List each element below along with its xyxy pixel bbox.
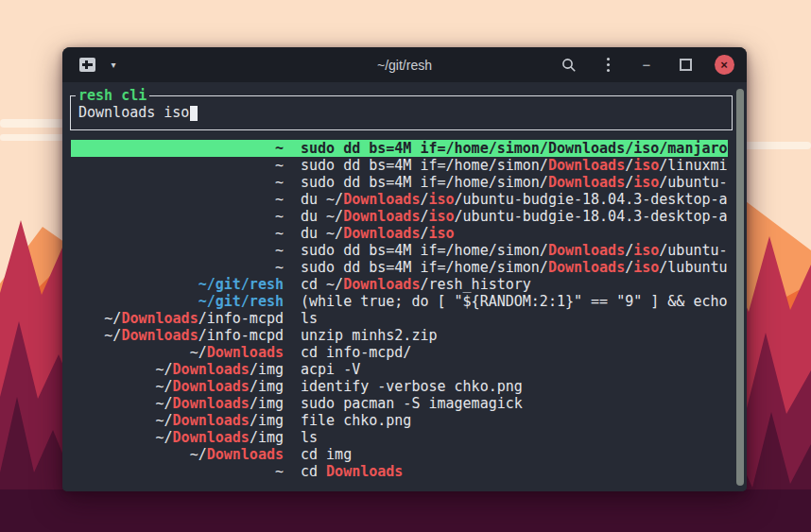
kebab-menu-icon — [607, 58, 610, 72]
row-directory: ~ — [71, 208, 284, 225]
search-button[interactable] — [559, 55, 579, 76]
row-directory: ~/Downloads/img — [71, 412, 284, 429]
row-directory: ~/Downloads — [71, 446, 284, 463]
row-command: cd img — [301, 446, 728, 463]
restore-button[interactable] — [675, 55, 696, 76]
row-directory: ~ — [71, 191, 284, 208]
history-row[interactable]: ~sudo dd bs=4M if=/home/simon/Downloads/… — [71, 174, 728, 191]
scrollbar-thumb[interactable] — [736, 89, 744, 486]
history-row[interactable]: ~/Downloadscd img — [71, 446, 728, 463]
row-command: du ~/Downloads/iso/ubuntu-budgie-18.04.3… — [301, 191, 728, 208]
menu-button[interactable] — [597, 55, 618, 76]
search-query-text: Downloads iso — [78, 104, 189, 121]
row-command: identify -verbose chko.png — [301, 378, 728, 395]
row-command: cd ~/Downloads/resh_history — [301, 276, 728, 293]
row-command: du ~/Downloads/iso — [301, 225, 728, 242]
history-row[interactable]: ~sudo dd bs=4M if=/home/simon/Downloads/… — [71, 242, 728, 259]
row-directory: ~/Downloads/img — [71, 429, 284, 446]
history-row[interactable]: ~/Downloads/imgidentify -verbose chko.pn… — [71, 378, 728, 395]
row-directory: ~/Downloads/info-mcpd — [71, 310, 284, 327]
resh-search-panel: resh cli Downloads iso — [70, 95, 733, 130]
row-directory: ~/Downloads/img — [71, 395, 284, 412]
row-directory: ~ — [71, 242, 284, 259]
history-row[interactable]: ~/git/reshcd ~/Downloads/resh_history — [71, 276, 728, 293]
history-row[interactable]: ~cd Downloads — [71, 463, 728, 480]
history-list: ~sudo dd bs=4M if=/home/simon/Downloads/… — [71, 140, 728, 480]
history-row[interactable]: ~/Downloads/imgacpi -V — [71, 361, 728, 378]
row-command: cd info-mcpd/ — [301, 344, 728, 361]
tab-dropdown-button[interactable]: ▾ — [108, 55, 119, 76]
terminal-content: resh cli Downloads iso ~sudo dd bs=4M if… — [62, 82, 747, 491]
row-directory: ~/Downloads/img — [71, 378, 284, 395]
new-tab-icon — [79, 58, 95, 72]
history-row[interactable]: ~du ~/Downloads/iso — [71, 225, 728, 242]
scrollbar-track[interactable] — [736, 89, 744, 486]
row-directory: ~ — [71, 259, 284, 276]
row-command: sudo dd bs=4M if=/home/simon/Downloads/i… — [301, 140, 728, 157]
row-directory: ~ — [71, 225, 284, 242]
history-row[interactable]: ~sudo dd bs=4M if=/home/simon/Downloads/… — [71, 157, 728, 174]
row-directory: ~ — [71, 140, 284, 157]
chevron-down-icon: ▾ — [111, 60, 115, 70]
row-command: acpi -V — [301, 361, 728, 378]
close-icon: × — [715, 55, 734, 75]
restore-icon — [680, 59, 692, 71]
row-directory: ~/Downloads/img — [71, 361, 284, 378]
minimize-icon: − — [643, 57, 651, 73]
row-command: file chko.png — [301, 412, 728, 429]
row-directory: ~ — [71, 463, 284, 480]
row-command: ls — [301, 429, 728, 446]
history-row[interactable]: ~/Downloads/imgfile chko.png — [71, 412, 728, 429]
row-directory: ~ — [71, 174, 284, 191]
history-row[interactable]: ~du ~/Downloads/iso/ubuntu-budgie-18.04.… — [71, 208, 728, 225]
search-input[interactable]: Downloads iso — [78, 104, 198, 121]
row-command: ls — [301, 310, 728, 327]
panel-title: resh cli — [76, 88, 149, 103]
row-directory: ~/git/resh — [71, 293, 284, 310]
row-directory: ~/Downloads/info-mcpd — [71, 327, 284, 344]
search-icon — [561, 58, 577, 73]
new-tab-button[interactable] — [77, 55, 97, 76]
row-directory: ~/git/resh — [71, 276, 284, 293]
row-directory: ~/Downloads — [71, 344, 284, 361]
history-row[interactable]: ~du ~/Downloads/iso/ubuntu-budgie-18.04.… — [71, 191, 728, 208]
history-row[interactable]: ~/Downloads/imgls — [71, 429, 728, 446]
history-row[interactable]: ~sudo dd bs=4M if=/home/simon/Downloads/… — [71, 140, 728, 157]
row-command: du ~/Downloads/iso/ubuntu-budgie-18.04.3… — [301, 208, 728, 225]
row-command: sudo dd bs=4M if=/home/simon/Downloads/i… — [301, 174, 728, 191]
history-row[interactable]: ~sudo dd bs=4M if=/home/simon/Downloads/… — [71, 259, 728, 276]
row-command: sudo dd bs=4M if=/home/simon/Downloads/i… — [301, 259, 728, 276]
history-row[interactable]: ~/Downloads/imgsudo pacman -S imagemagic… — [71, 395, 728, 412]
close-button[interactable]: × — [714, 55, 734, 76]
minimize-button[interactable]: − — [636, 55, 657, 76]
row-command: sudo dd bs=4M if=/home/simon/Downloads/i… — [301, 157, 728, 174]
terminal-window: ▾ ~/git/resh − × — [62, 47, 747, 491]
row-command: cd Downloads — [301, 463, 728, 480]
row-command: unzip minhs2.zip — [301, 327, 728, 344]
row-command: sudo dd bs=4M if=/home/simon/Downloads/i… — [301, 242, 728, 259]
titlebar[interactable]: ▾ ~/git/resh − × — [62, 47, 747, 82]
row-command: (while true; do [ "${RANDOM:2:1}" == "9"… — [301, 293, 728, 310]
history-row[interactable]: ~/Downloads/info-mcpdls — [71, 310, 728, 327]
row-command: sudo pacman -S imagemagick — [301, 395, 728, 412]
history-row[interactable]: ~/git/resh(while true; do [ "${RANDOM:2:… — [71, 293, 728, 310]
text-cursor — [190, 106, 198, 121]
history-row[interactable]: ~/Downloadscd info-mcpd/ — [71, 344, 728, 361]
history-row[interactable]: ~/Downloads/info-mcpdunzip minhs2.zip — [71, 327, 728, 344]
row-directory: ~ — [71, 157, 284, 174]
